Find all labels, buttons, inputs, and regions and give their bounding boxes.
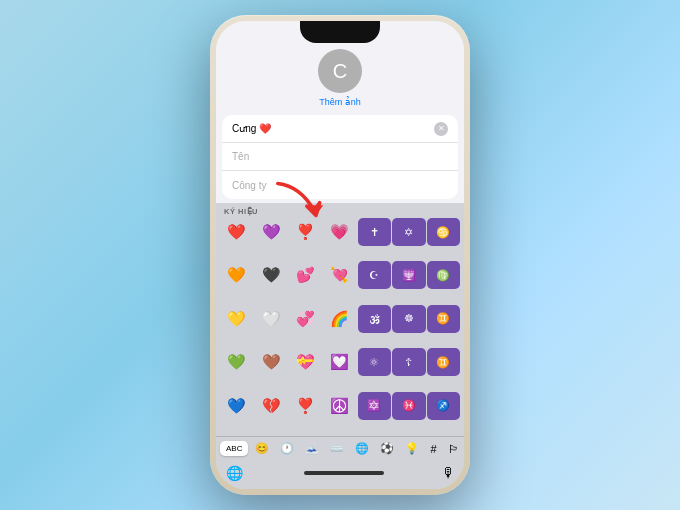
language-globe-button[interactable]: 🌐 — [224, 463, 245, 483]
emoji-cancer[interactable]: ♋ — [427, 218, 460, 246]
emoji-keyboard: KÝ HIỆU ❤️ 💜 ❣️ 💗 ✝ ✡ ♋ 🧡 🖤 💕 💘 ☪ — [216, 203, 464, 489]
emoji-orange-heart[interactable]: 🧡 — [220, 261, 253, 289]
home-indicator — [304, 471, 384, 475]
space-bar-area — [245, 471, 442, 475]
emoji-white-heart[interactable]: 🤍 — [254, 305, 287, 333]
phone-frame: C Thêm ảnh Cưng ❤️ ✕ Tên Công ty — [210, 15, 470, 495]
emoji-heart-decoration[interactable]: 💟 — [323, 348, 356, 376]
emoji-orthodox-cross[interactable]: ☦ — [392, 348, 425, 376]
emoji-om[interactable]: 🕉 — [358, 305, 391, 333]
avatar[interactable]: C — [318, 49, 362, 93]
emoji-dotted-six-star[interactable]: 🔯 — [358, 392, 391, 420]
field-company[interactable]: Công ty — [222, 171, 458, 199]
globe-icon-button[interactable]: 🌐 — [351, 439, 373, 458]
emoji-broken-heart[interactable]: 💔 — [254, 392, 287, 420]
emoji-heavy-heart[interactable]: ❣️ — [289, 218, 322, 246]
emoji-star-of-david[interactable]: ✡ — [392, 218, 425, 246]
emoji-yellow-heart[interactable]: 💛 — [220, 305, 253, 333]
emoji-brown-heart[interactable]: 🤎 — [254, 348, 287, 376]
emoji-virgo[interactable]: ♍ — [427, 261, 460, 289]
emoji-blue-heart[interactable]: 💙 — [220, 392, 253, 420]
emoji-sparkling-heart[interactable]: 💗 — [323, 218, 356, 246]
emoji-gemini[interactable]: ♊ — [427, 348, 460, 376]
abc-button[interactable]: ABC — [220, 441, 248, 456]
screen-content: C Thêm ảnh Cưng ❤️ ✕ Tên Công ty — [216, 21, 464, 489]
hash-icon-button[interactable]: # — [426, 440, 440, 458]
emoji-atom[interactable]: ⚛ — [358, 348, 391, 376]
phone-screen: C Thêm ảnh Cưng ❤️ ✕ Tên Công ty — [216, 21, 464, 489]
emoji-crescent-star[interactable]: ☪ — [358, 261, 391, 289]
keyboard-icon-button[interactable]: ⌨️ — [326, 439, 348, 458]
emoji-heart-ribbon[interactable]: 💝 — [289, 348, 322, 376]
clock-icon-button[interactable]: 🕐 — [276, 439, 298, 458]
emoji-green-heart[interactable]: 💚 — [220, 348, 253, 376]
field-company-placeholder: Công ty — [232, 180, 266, 191]
contact-fields: Cưng ❤️ ✕ Tên Công ty — [222, 115, 458, 199]
field-name-value: Cưng ❤️ — [232, 123, 434, 134]
ball-icon-button[interactable]: ⚽ — [376, 439, 398, 458]
emoji-cross[interactable]: ✝ — [358, 218, 391, 246]
notch — [300, 21, 380, 43]
photo-icon-button[interactable]: 🗻 — [301, 439, 323, 458]
emoji-section-label: KÝ HIỆU — [216, 203, 464, 218]
emoji-sagittarius[interactable]: ♐ — [427, 392, 460, 420]
emoji-taurus[interactable]: ♊ — [427, 305, 460, 333]
field-firstname[interactable]: Tên — [222, 143, 458, 171]
emoji-red-heart[interactable]: ❤️ — [220, 218, 253, 246]
add-photo-button[interactable]: Thêm ảnh — [319, 97, 361, 107]
emoji-rainbow[interactable]: 🌈 — [323, 305, 356, 333]
clear-button[interactable]: ✕ — [434, 122, 448, 136]
emoji-purple-heart[interactable]: 💜 — [254, 218, 287, 246]
emoji-revolving-hearts[interactable]: 💞 — [289, 305, 322, 333]
flag-icon-button[interactable]: 🏳 — [444, 440, 463, 458]
emoji-grid: ❤️ 💜 ❣️ 💗 ✝ ✡ ♋ 🧡 🖤 💕 💘 ☪ 🕎 ♍ — [216, 218, 464, 436]
emoji-menorah[interactable]: 🕎 — [392, 261, 425, 289]
emoji-two-hearts[interactable]: 💕 — [289, 261, 322, 289]
field-firstname-placeholder: Tên — [232, 151, 249, 162]
keyboard-toolbar: ABC 😊 🕐 🗻 ⌨️ 🌐 ⚽ 💡 # 🏳 ⌫ — [216, 436, 464, 460]
field-name[interactable]: Cưng ❤️ ✕ — [222, 115, 458, 143]
emoji-icon-button[interactable]: 😊 — [251, 439, 273, 458]
emoji-heart-exclamation[interactable]: ❣️ — [289, 392, 322, 420]
bulb-icon-button[interactable]: 💡 — [401, 439, 423, 458]
emoji-wheel[interactable]: ☸ — [392, 305, 425, 333]
emoji-pisces[interactable]: ♓ — [392, 392, 425, 420]
microphone-button[interactable]: 🎙 — [442, 465, 456, 481]
emoji-heart-arrow[interactable]: 💘 — [323, 261, 356, 289]
emoji-black-heart[interactable]: 🖤 — [254, 261, 287, 289]
keyboard-bottom: 🌐 🎙 — [216, 460, 464, 489]
emoji-peace[interactable]: ☮️ — [323, 392, 356, 420]
